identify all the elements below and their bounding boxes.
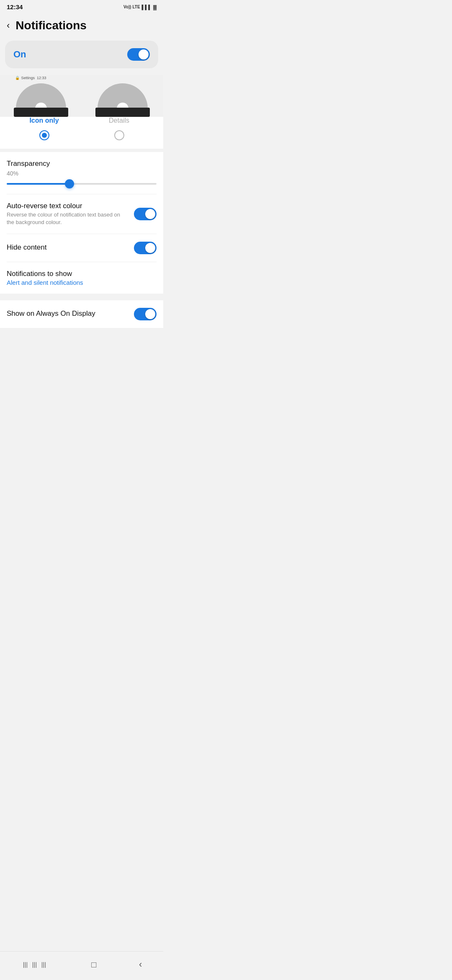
aod-section: Show on Always On Display: [0, 300, 163, 328]
show-aod-thumb: [145, 309, 155, 319]
details-preview: [93, 75, 152, 117]
icon-only-preview: 🔒 Settings 12:33: [12, 75, 70, 117]
notifications-to-show-row[interactable]: Notifications to show Alert and silent n…: [7, 262, 157, 294]
settings-section: Transparency 40% Auto-reverse text colou…: [0, 152, 163, 294]
style-selector: 🔒 Settings 12:33 Icon only: [0, 75, 163, 149]
slider-fill: [7, 183, 69, 185]
on-toggle-card: On: [5, 41, 158, 68]
preview-icon-only: 🔒 Settings 12:33: [0, 75, 82, 117]
section-divider: [0, 294, 163, 297]
auto-reverse-thumb: [145, 209, 155, 219]
auto-reverse-toggle[interactable]: [134, 208, 157, 220]
icon-only-label: Icon only: [29, 117, 59, 124]
show-aod-toggle[interactable]: [134, 308, 157, 320]
toggle-thumb: [139, 49, 149, 59]
transparency-value: 40%: [7, 170, 18, 178]
bell-shape-right: [98, 83, 148, 108]
on-label: On: [13, 49, 26, 60]
hide-content-title: Hide content: [7, 243, 129, 252]
hide-content-row[interactable]: Hide content: [7, 234, 157, 262]
notifications-to-show-value: Alert and silent notifications: [7, 279, 152, 286]
slider-track[interactable]: [7, 183, 157, 185]
show-aod-row[interactable]: Show on Always On Display: [7, 300, 157, 328]
main-toggle[interactable]: [127, 48, 150, 61]
details-label: Details: [109, 117, 129, 124]
auto-reverse-title: Auto-reverse text colour: [7, 202, 129, 210]
transparency-row: Transparency 40%: [7, 152, 157, 194]
signal-icon: ▌▌▌: [142, 5, 152, 10]
preview-area: 🔒 Settings 12:33: [0, 75, 163, 117]
status-icons: Vo)) LTE ▌▌▌ ▓: [123, 5, 157, 10]
style-tabs: Icon only Details: [0, 117, 163, 140]
show-aod-title: Show on Always On Display: [7, 309, 129, 318]
transparency-slider-container: [7, 178, 157, 186]
bottom-spacer: [0, 328, 163, 361]
slider-thumb[interactable]: [65, 179, 74, 188]
notifications-to-show-title: Notifications to show: [7, 270, 152, 278]
radio-inner-filled: [42, 133, 47, 138]
bell-base-left: [14, 108, 68, 117]
auto-reverse-row[interactable]: Auto-reverse text colour Reverse the col…: [7, 194, 157, 234]
auto-reverse-text: Auto-reverse text colour Reverse the col…: [7, 202, 134, 226]
header: ‹ Notifications: [0, 12, 163, 41]
volte-icon: Vo)) LTE: [123, 5, 140, 9]
battery-icon: ▓: [153, 5, 157, 10]
radio-icon-only[interactable]: [39, 130, 49, 140]
tab-icon-only[interactable]: Icon only: [7, 117, 82, 140]
notifications-to-show-text: Notifications to show Alert and silent n…: [7, 270, 157, 286]
bell-shape-left: [16, 83, 66, 108]
status-bar: 12:34 Vo)) LTE ▌▌▌ ▓: [0, 0, 163, 12]
auto-reverse-subtitle: Reverse the colour of notification text …: [7, 211, 129, 226]
hide-content-toggle[interactable]: [134, 242, 157, 254]
tab-details[interactable]: Details: [82, 117, 157, 140]
hide-content-text: Hide content: [7, 243, 134, 253]
notif-badge-left: 🔒 Settings 12:33: [15, 76, 46, 80]
transparency-title: Transparency: [7, 160, 50, 168]
status-time: 12:34: [7, 3, 23, 10]
show-aod-text: Show on Always On Display: [7, 309, 134, 319]
back-button[interactable]: ‹: [7, 21, 10, 30]
bell-base-right: [95, 108, 150, 117]
page-title: Notifications: [15, 19, 87, 32]
hide-content-thumb: [145, 243, 155, 253]
preview-details: [82, 75, 163, 117]
radio-details[interactable]: [114, 130, 124, 140]
